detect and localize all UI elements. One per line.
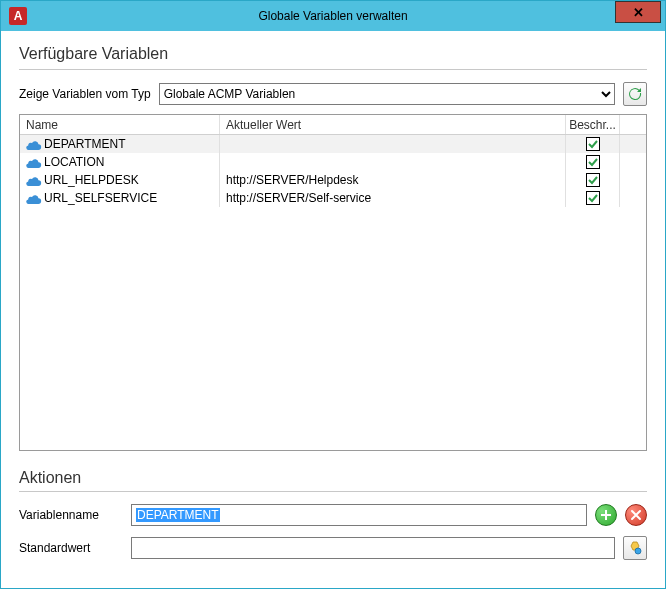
row-name: DEPARTMENT (44, 137, 126, 151)
close-icon: ✕ (633, 5, 644, 20)
row-checkbox[interactable] (586, 173, 600, 187)
refresh-icon (627, 86, 643, 102)
row-name: URL_SELFSERVICE (44, 191, 157, 205)
plus-icon (600, 509, 612, 521)
window-root: A Globale Variablen verwalten ✕ Verfügba… (0, 0, 666, 589)
add-button[interactable] (595, 504, 617, 526)
refresh-button[interactable] (623, 82, 647, 106)
row-checkbox[interactable] (586, 155, 600, 169)
titlebar: A Globale Variablen verwalten ✕ (1, 1, 665, 31)
delete-button[interactable] (625, 504, 647, 526)
variablenname-input[interactable]: DEPARTMENT (131, 504, 587, 526)
close-button[interactable]: ✕ (615, 1, 661, 23)
col-name-header[interactable]: Name (20, 115, 220, 134)
row-name: LOCATION (44, 155, 104, 169)
cloud-icon (26, 193, 40, 203)
row-value: http://SERVER/Helpdesk (226, 173, 359, 187)
standardwert-input[interactable] (131, 537, 615, 559)
row-name: URL_HELPDESK (44, 173, 139, 187)
section-actions-title: Aktionen (19, 469, 647, 487)
window-title: Globale Variablen verwalten (1, 9, 665, 23)
col-value-header[interactable]: Aktueller Wert (220, 115, 566, 134)
row-checkbox[interactable] (586, 191, 600, 205)
table-body: DEPARTMENTLOCATIONURL_HELPDESKhttp://SER… (20, 135, 646, 450)
svg-point-0 (635, 548, 641, 554)
variablenname-label: Variablenname (19, 508, 123, 522)
standardwert-picker-button[interactable] (623, 536, 647, 560)
row-checkbox[interactable] (586, 137, 600, 151)
cloud-icon (26, 139, 40, 149)
table-row[interactable]: URL_HELPDESKhttp://SERVER/Helpdesk (20, 171, 646, 189)
type-select[interactable]: Globale ACMP Variablen (159, 83, 615, 105)
cloud-icon (26, 157, 40, 167)
col-desc-header[interactable]: Beschr... (566, 115, 620, 134)
table-row[interactable]: DEPARTMENT (20, 135, 646, 153)
table-header: Name Aktueller Wert Beschr... (20, 115, 646, 135)
divider (19, 491, 647, 492)
table-row[interactable]: URL_SELFSERVICEhttp://SERVER/Self-servic… (20, 189, 646, 207)
picker-icon (627, 540, 643, 556)
standardwert-label: Standardwert (19, 541, 123, 555)
cloud-icon (26, 175, 40, 185)
divider (19, 69, 647, 70)
filter-row: Zeige Variablen vom Typ Globale ACMP Var… (19, 82, 647, 106)
standardwert-row: Standardwert (19, 536, 647, 560)
content-area: Verfügbare Variablen Zeige Variablen vom… (1, 31, 665, 588)
row-value: http://SERVER/Self-service (226, 191, 371, 205)
table-row[interactable]: LOCATION (20, 153, 646, 171)
col-pad (620, 115, 646, 134)
section-available-title: Verfügbare Variablen (19, 45, 647, 63)
actions-section: Aktionen Variablenname DEPARTMENT Standa… (19, 465, 647, 570)
x-icon (630, 509, 642, 521)
filter-label: Zeige Variablen vom Typ (19, 87, 151, 101)
variablenname-row: Variablenname DEPARTMENT (19, 504, 647, 526)
variables-table: Name Aktueller Wert Beschr... DEPARTMENT… (19, 114, 647, 451)
